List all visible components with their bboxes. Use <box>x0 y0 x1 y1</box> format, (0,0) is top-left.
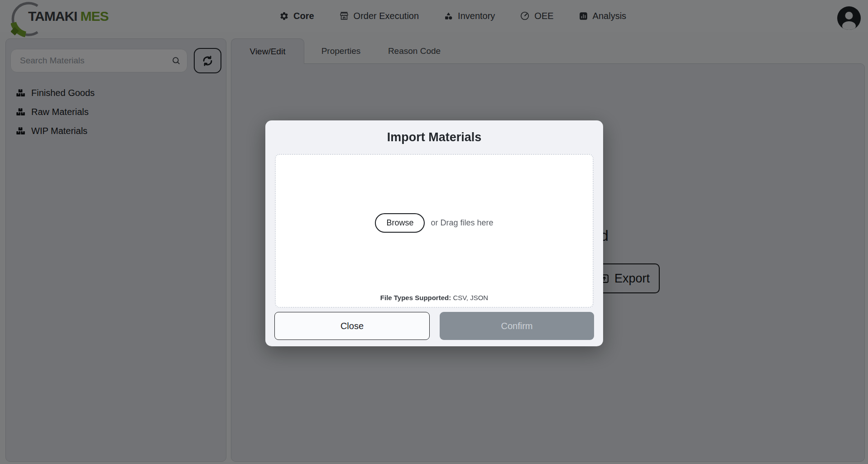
close-button[interactable]: Close <box>274 312 430 340</box>
confirm-button[interactable]: Confirm <box>440 312 594 340</box>
drag-hint-text: or Drag files here <box>431 218 493 228</box>
file-types-note: File Types Supported: CSV, JSON <box>276 294 593 301</box>
file-types-value: CSV, JSON <box>453 294 488 301</box>
import-materials-modal: Import Materials Browse or Drag files he… <box>265 120 603 346</box>
file-dropzone[interactable]: Browse or Drag files here File Types Sup… <box>275 154 594 308</box>
file-types-label: File Types Supported: <box>380 294 451 301</box>
browse-row: Browse or Drag files here <box>375 213 493 233</box>
modal-title: Import Materials <box>265 130 603 144</box>
modal-footer: Close Confirm <box>274 312 594 340</box>
browse-button[interactable]: Browse <box>375 213 425 233</box>
